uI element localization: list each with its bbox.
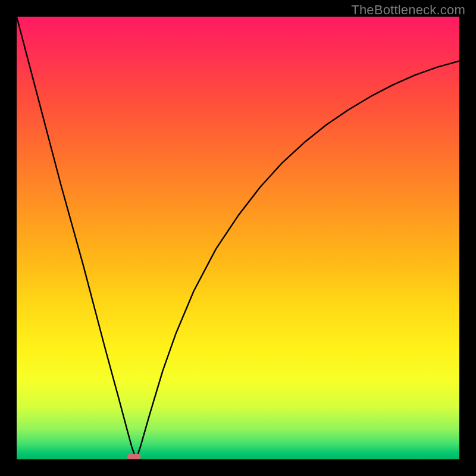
plot-area: [17, 17, 459, 459]
curve-path: [17, 17, 459, 459]
min-marker: [127, 454, 140, 459]
chart-frame: TheBottleneck.com: [0, 0, 476, 476]
attribution-text: TheBottleneck.com: [351, 2, 465, 18]
chart-svg: [17, 17, 459, 459]
